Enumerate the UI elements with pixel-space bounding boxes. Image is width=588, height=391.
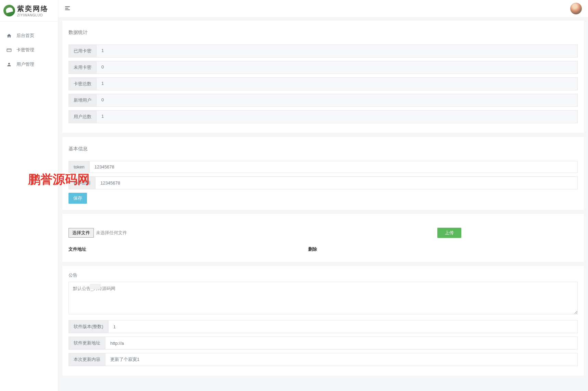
update-content-input[interactable] (105, 353, 578, 366)
save-button[interactable]: 保存 (68, 193, 87, 204)
home-icon (6, 33, 12, 38)
version-input[interactable] (109, 320, 578, 333)
sidebar-item-label: 后台首页 (16, 33, 34, 39)
brand-name-cn: 紫奕网络 (17, 4, 49, 13)
stat-value: 0 (97, 94, 578, 107)
token-input[interactable] (90, 161, 578, 173)
announce-textarea[interactable] (68, 282, 578, 314)
update-content-label: 本次更新内容 (68, 353, 105, 366)
stat-row-new-users: 新增用户 0 (68, 94, 578, 107)
logo: 紫奕网络 ZIYIWANGLUO (0, 0, 58, 22)
sidebar-item-user[interactable]: 用户管理 (0, 57, 58, 72)
rc4-label: Rc4密钥 (68, 176, 96, 189)
upload-button[interactable]: 上传 (437, 228, 461, 238)
blur-overlay (90, 284, 101, 289)
logo-icon (3, 5, 15, 16)
menu-toggle-icon[interactable] (64, 5, 71, 12)
nav: 后台首页 卡密管理 用户管理 (0, 22, 58, 78)
update-url-input[interactable] (105, 337, 578, 350)
stat-label: 用户总数 (68, 110, 97, 123)
token-row: token (68, 161, 578, 173)
stat-label: 未用卡密 (68, 61, 97, 74)
avatar[interactable] (570, 3, 582, 14)
file-row: 选择文件 未选择任何文件 上传 (68, 228, 578, 238)
version-row: 软件版本(整数) (68, 320, 578, 333)
announce-label: 公告 (68, 272, 578, 278)
stat-label: 已用卡密 (68, 45, 97, 58)
basic-info-card: 基本信息 token Rc4密钥 保存 (62, 137, 584, 210)
stats-title: 数据统计 (68, 27, 578, 38)
sidebar-item-card[interactable]: 卡密管理 (0, 43, 58, 57)
sidebar-item-label: 用户管理 (16, 61, 34, 67)
main-content: 数据统计 已用卡密 1 未用卡密 0 卡密总数 1 新增用户 0 用户总数 1 … (58, 0, 588, 387)
announce-card: 公告 软件版本(整数) 软件更新地址 本次更新内容 (62, 266, 584, 376)
stat-row-used: 已用卡密 1 (68, 45, 578, 58)
stat-label: 新增用户 (68, 94, 97, 107)
sidebar: 紫奕网络 ZIYIWANGLUO 后台首页 卡密管理 用户管理 (0, 0, 58, 387)
stat-value: 0 (97, 61, 578, 74)
card-icon (6, 47, 12, 53)
stat-label: 卡密总数 (68, 77, 97, 90)
stat-value: 1 (97, 110, 578, 123)
rc4-row: Rc4密钥 (68, 176, 578, 189)
stats-card: 数据统计 已用卡密 1 未用卡密 0 卡密总数 1 新增用户 0 用户总数 1 (62, 21, 584, 133)
sidebar-item-label: 卡密管理 (16, 47, 34, 53)
col-delete: 删除 (308, 246, 317, 252)
update-content-row: 本次更新内容 (68, 353, 578, 366)
topbar (58, 0, 588, 17)
version-label: 软件版本(整数) (68, 320, 109, 333)
stat-row-unused: 未用卡密 0 (68, 61, 578, 74)
file-table-header: 文件地址 删除 (68, 243, 578, 256)
user-icon (6, 62, 12, 67)
rc4-input[interactable] (96, 176, 578, 189)
choose-file-button[interactable]: 选择文件 (68, 228, 94, 238)
file-status-text: 未选择任何文件 (96, 230, 127, 236)
stat-value: 1 (97, 77, 578, 90)
stat-row-total-users: 用户总数 1 (68, 110, 578, 123)
stat-value: 1 (97, 45, 578, 58)
svg-rect-0 (7, 49, 11, 52)
brand-name-en: ZIYIWANGLUO (17, 13, 49, 17)
sidebar-item-home[interactable]: 后台首页 (0, 28, 58, 43)
basic-info-title: 基本信息 (68, 143, 578, 155)
col-file-address: 文件地址 (68, 246, 308, 252)
upload-card: 选择文件 未选择任何文件 上传 文件地址 删除 (62, 214, 584, 262)
update-url-row: 软件更新地址 (68, 337, 578, 350)
update-url-label: 软件更新地址 (68, 337, 105, 350)
stat-row-total-cards: 卡密总数 1 (68, 77, 578, 90)
token-label: token (68, 161, 90, 173)
